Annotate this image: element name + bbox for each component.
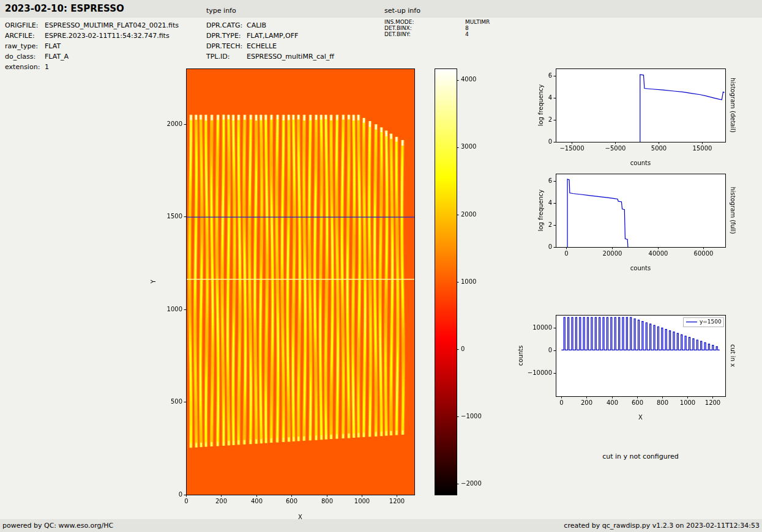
header-bar: 2023-02-10: ESPRESSO type info set-up in…	[0, 0, 762, 18]
extension-value: 1	[45, 63, 49, 71]
type-info-heading: type info	[206, 7, 236, 15]
dpr-type-row: DPR.TYPE:FLAT,LAMP,OFF	[206, 31, 334, 41]
page-title: 2023-02-10: ESPRESSO	[5, 3, 124, 14]
extension-label: extension:	[5, 62, 45, 72]
dpr-catg-row: DPR.CATG:CALIB	[206, 20, 334, 31]
raw-type-row: raw_type:FLAT	[5, 41, 179, 51]
ins-mode-label: INS.MODE:	[384, 19, 465, 25]
cut-in-x-plot	[508, 308, 762, 422]
ins-mode-row: INS.MODE:MULTIMR	[384, 19, 490, 25]
tpl-id-row: TPL.ID:ESPRESSO_multiMR_cal_ff	[206, 51, 334, 62]
do-class-label: do_class:	[5, 51, 45, 62]
tpl-id-value: ESPRESSO_multiMR_cal_ff	[247, 53, 334, 61]
raw-frame-heatmap	[147, 61, 490, 525]
det-binx-value: 8	[465, 25, 469, 31]
tpl-id-label: TPL.ID:	[206, 51, 247, 62]
do-class-row: do_class:FLAT_A	[5, 51, 179, 62]
histogram-full-plot	[508, 166, 762, 279]
footer-created-by: created by qc_rawdisp.py v1.2.3 on 2023-…	[564, 522, 760, 530]
dpr-type-label: DPR.TYPE:	[206, 31, 247, 41]
raw-type-label: raw_type:	[5, 41, 45, 51]
do-class-value: FLAT_A	[45, 53, 69, 61]
dpr-catg-label: DPR.CATG:	[206, 20, 247, 31]
type-info-block: DPR.CATG:CALIB DPR.TYPE:FLAT,LAMP,OFF DP…	[206, 20, 334, 62]
det-biny-label: DET.BINY:	[384, 31, 465, 37]
setup-info-block: INS.MODE:MULTIMR DET.BINX:8 DET.BINY:4	[384, 19, 490, 37]
arcfile-label: ARCFILE:	[5, 31, 45, 41]
qc-report-page: 2023-02-10: ESPRESSO type info set-up in…	[0, 0, 762, 532]
det-biny-row: DET.BINY:4	[384, 31, 490, 37]
origfile-label: ORIGFILE:	[5, 20, 45, 31]
footer-powered-by: powered by QC: www.eso.org/HC	[2, 522, 113, 530]
footer-bar: powered by QC: www.eso.org/HC created by…	[0, 519, 762, 532]
origfile-row: ORIGFILE:ESPRESSO_MULTIMR_FLAT042_0021.f…	[5, 20, 179, 31]
origfile-value: ESPRESSO_MULTIMR_FLAT042_0021.fits	[45, 21, 179, 29]
ins-mode-value: MULTIMR	[465, 19, 490, 25]
cut-in-y-note: cut in y not configured	[556, 453, 725, 460]
dpr-catg-value: CALIB	[247, 21, 266, 29]
det-binx-label: DET.BINX:	[384, 25, 465, 31]
det-biny-value: 4	[465, 31, 469, 37]
dpr-type-value: FLAT,LAMP,OFF	[247, 32, 298, 40]
histogram-detail-plot	[508, 61, 762, 171]
raw-type-value: FLAT	[45, 42, 61, 50]
arcfile-value: ESPRE.2023-02-11T11:54:32.747.fits	[45, 32, 170, 40]
dpr-tech-row: DPR.TECH:ECHELLE	[206, 41, 334, 51]
det-binx-row: DET.BINX:8	[384, 25, 490, 31]
dpr-tech-value: ECHELLE	[247, 42, 277, 50]
arcfile-row: ARCFILE:ESPRE.2023-02-11T11:54:32.747.fi…	[5, 31, 179, 41]
setup-info-heading: set-up info	[384, 7, 420, 15]
dpr-tech-label: DPR.TECH:	[206, 41, 247, 51]
